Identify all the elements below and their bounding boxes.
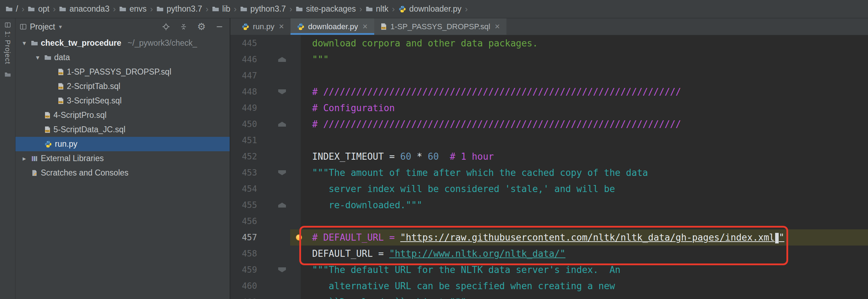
code-line-455[interactable]: 455 re-downloaded.""" <box>230 197 868 213</box>
intention-bulb-icon[interactable] <box>296 234 302 241</box>
code-editor[interactable]: 445 download corpora and other data pack… <box>230 35 868 299</box>
chevron-down-icon[interactable]: ▾ <box>59 23 62 31</box>
code-text[interactable]: re-downloaded.""" <box>290 197 868 213</box>
code-text[interactable]: ``Downloader`` object.""" <box>290 294 868 299</box>
gutter-fold-area[interactable] <box>262 181 290 197</box>
code-line-458[interactable]: 458 DEFAULT_URL = "http://www.nltk.org/n… <box>230 246 868 262</box>
code-text[interactable]: # DEFAULT_URL = "https://raw.githubuserc… <box>290 229 868 246</box>
code-line-453[interactable]: 453 """The amount of time after which th… <box>230 165 868 181</box>
gutter-fold-area[interactable] <box>262 262 290 278</box>
collapse-all-icon[interactable] <box>180 23 187 31</box>
project-view-icon[interactable] <box>20 23 27 30</box>
close-icon[interactable]: ✕ <box>362 23 368 31</box>
code-line-449[interactable]: 449 # Configuration <box>230 100 868 116</box>
code-text[interactable]: alternative URL can be specified when cr… <box>290 278 868 294</box>
close-icon[interactable]: ✕ <box>494 23 500 31</box>
code-text[interactable]: # Configuration <box>290 100 868 116</box>
breadcrumb-item-anaconda3[interactable]: anaconda3 <box>59 4 109 14</box>
code-line-459[interactable]: 459 """The default URL for the NLTK data… <box>230 262 868 278</box>
expanded-arrow-icon[interactable]: ▾ <box>20 39 28 47</box>
gutter-fold-area[interactable] <box>262 246 290 262</box>
tree-item-5-scriptdata-jc-sql[interactable]: SQL5-ScriptData_JC.sql <box>15 122 230 137</box>
gutter-fold-area[interactable] <box>262 51 290 68</box>
line-number[interactable]: 460 <box>230 281 262 291</box>
line-number[interactable]: 459 <box>230 265 262 275</box>
code-line-450[interactable]: 450 # //////////////////////////////////… <box>230 116 868 132</box>
gutter-fold-area[interactable] <box>262 100 290 116</box>
gutter-fold-area[interactable] <box>262 197 290 213</box>
tree-item-2-scripttab-sql[interactable]: SQL2-ScriptTab.sql <box>15 79 230 94</box>
gutter-fold-area[interactable] <box>262 132 290 148</box>
code-line-456[interactable]: 456 <box>230 213 868 229</box>
breadcrumb-item-site-packages[interactable]: site-packages <box>296 4 356 14</box>
code-line-446[interactable]: 446 """ <box>230 51 868 68</box>
line-number[interactable]: 457 <box>230 233 262 242</box>
tree-item-4-scriptpro-sql[interactable]: SQL4-ScriptPro.sql <box>15 108 230 122</box>
gutter-fold-area[interactable] <box>262 35 290 51</box>
breadcrumb-item-root[interactable]: / <box>6 4 18 14</box>
gutter-fold-area[interactable] <box>262 278 290 294</box>
code-text[interactable]: """The default URL for the NLTK data ser… <box>290 262 868 278</box>
code-text[interactable]: INDEX_TIMEOUT = 60 * 60 # 1 hour <box>290 148 868 165</box>
breadcrumb-item-nltk[interactable]: nltk <box>366 4 389 14</box>
fold-marker-icon[interactable] <box>278 57 286 62</box>
gutter-fold-area[interactable] <box>262 84 290 100</box>
code-text[interactable]: DEFAULT_URL = "http://www.nltk.org/nltk_… <box>290 246 868 262</box>
fold-marker-icon[interactable] <box>278 89 286 94</box>
code-text[interactable]: # //////////////////////////////////////… <box>290 84 868 100</box>
tab-run-py[interactable]: run.py✕ <box>235 18 291 35</box>
breadcrumb-item-downloader-py[interactable]: downloader.py <box>398 4 461 14</box>
fold-marker-icon[interactable] <box>278 203 286 208</box>
breadcrumb-item-lib[interactable]: lib <box>212 4 230 14</box>
breadcrumb-item-opt[interactable]: opt <box>28 4 49 14</box>
tree-item-scratches-and-consoles[interactable]: Scratches and Consoles <box>15 166 230 180</box>
tree-item-1-sp-passys-dropsp-sql[interactable]: SQL1-SP_PASSYS_DROPSP.sql <box>15 65 230 79</box>
fold-marker-icon[interactable] <box>278 122 286 127</box>
line-number[interactable]: 452 <box>230 152 262 161</box>
tree-item-data[interactable]: ▾data <box>15 50 230 65</box>
line-number[interactable]: 450 <box>230 119 262 129</box>
line-number[interactable]: 456 <box>230 216 262 226</box>
line-number[interactable]: 446 <box>230 55 262 64</box>
gutter-fold-area[interactable] <box>262 165 290 181</box>
fold-marker-icon[interactable] <box>278 267 286 272</box>
settings-gear-icon[interactable]: ⚙ <box>197 23 206 31</box>
line-number[interactable]: 461 <box>230 297 262 299</box>
fold-marker-icon[interactable] <box>278 170 286 175</box>
expanded-arrow-icon[interactable]: ▾ <box>34 53 42 62</box>
code-text[interactable]: """The amount of time after which the ca… <box>290 165 868 181</box>
code-line-448[interactable]: 448 # //////////////////////////////////… <box>230 84 868 100</box>
tab-downloader-py[interactable]: downloader.py✕ <box>291 18 374 35</box>
code-line-445[interactable]: 445 download corpora and other data pack… <box>230 35 868 51</box>
gutter-fold-area[interactable] <box>262 294 290 299</box>
tree-item-external-libraries[interactable]: ▸External Libraries <box>15 151 230 166</box>
project-tool-window-button[interactable]: 1: Project <box>4 22 12 64</box>
line-number[interactable]: 453 <box>230 168 262 178</box>
code-line-460[interactable]: 460 alternative URL can be specified whe… <box>230 278 868 294</box>
code-text[interactable]: server index will be considered 'stale,'… <box>290 181 868 197</box>
code-text[interactable]: # //////////////////////////////////////… <box>290 116 868 132</box>
code-text[interactable]: download corpora and other data packages… <box>290 35 868 51</box>
collapsed-arrow-icon[interactable]: ▸ <box>20 154 28 163</box>
tab-1-sp-passys-dropsp-sql[interactable]: SQL1-SP_PASSYS_DROPSP.sql✕ <box>374 18 506 35</box>
project-panel-title[interactable]: Project <box>30 22 55 32</box>
folder-icon[interactable] <box>5 72 11 77</box>
line-number[interactable]: 458 <box>230 249 262 259</box>
code-line-454[interactable]: 454 server index will be considered 'sta… <box>230 181 868 197</box>
tree-item-3-scriptseq-sql[interactable]: SQL3-ScriptSeq.sql <box>15 94 230 108</box>
gutter-fold-area[interactable] <box>262 213 290 229</box>
locate-icon[interactable] <box>162 23 170 31</box>
gutter-fold-area[interactable] <box>262 148 290 165</box>
hide-icon[interactable] <box>216 23 223 31</box>
code-line-451[interactable]: 451 <box>230 132 868 148</box>
code-line-461[interactable]: 461 ``Downloader`` object.""" <box>230 294 868 299</box>
line-number[interactable]: 448 <box>230 87 262 97</box>
tree-item-run-py[interactable]: run.py <box>15 137 230 151</box>
code-line-457[interactable]: 457 # DEFAULT_URL = "https://raw.githubu… <box>230 229 868 246</box>
code-line-452[interactable]: 452 INDEX_TIMEOUT = 60 * 60 # 1 hour <box>230 148 868 165</box>
breadcrumb-item-python3-7[interactable]: python3.7 <box>240 4 286 14</box>
code-text[interactable]: """ <box>290 51 868 68</box>
line-number[interactable]: 449 <box>230 103 262 113</box>
tree-item-check-tw-procedure[interactable]: ▾check_tw_procedure~/_pywork3/check_ <box>15 36 230 50</box>
line-number[interactable]: 455 <box>230 200 262 210</box>
